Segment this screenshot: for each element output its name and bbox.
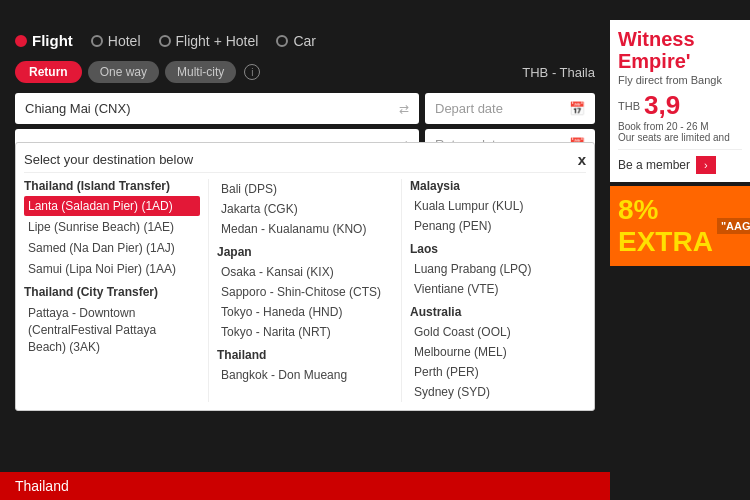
destination-dropdown: Select your destination below x Thailand… [15,142,595,411]
dest-sydney[interactable]: Sydney (SYD) [410,382,586,402]
price-note: Book from 20 - 26 M [618,121,742,132]
col3-title-laos: Laos [410,242,586,256]
tab-flight[interactable]: Flight [15,32,73,49]
tab-flight-hotel[interactable]: Flight + Hotel [159,33,259,49]
dest-vientiane[interactable]: Vientiane (VTE) [410,279,586,299]
currency-display: THB - Thaila [522,65,595,80]
nav-tabs: Flight Hotel Flight + Hotel Car [15,32,595,49]
trip-type-row: Return One way Multi-city i THB - Thaila [15,61,595,83]
dest-lanta[interactable]: Lanta (Saladan Pier) (1AD) [24,196,200,216]
multi-city-button[interactable]: Multi-city [165,61,236,83]
dest-bangkok-don[interactable]: Bangkok - Don Mueang [217,365,393,385]
dest-kl[interactable]: Kuala Lumpur (KUL) [410,196,586,216]
radio-flight [15,35,27,47]
member-label: Be a member [618,158,690,172]
orange-ad-content: 8% EXTRA "AAGTH" [618,194,742,258]
right-panel: Witness Empire' Fly direct from Bangk TH… [610,20,750,500]
dest-lipe[interactable]: Lipe (Sunrise Beach) (1AE) [24,217,200,237]
dest-tokyo-narita[interactable]: Tokyo - Narita (NRT) [217,322,393,342]
bottom-text: Thailand [15,478,69,494]
origin-field[interactable]: Chiang Mai (CNX) ⇄ [15,93,419,124]
dropdown-header: Select your destination below x [24,151,586,173]
col3-title-australia: Australia [410,305,586,319]
swap-icon: ⇄ [399,102,409,116]
dest-pattaya[interactable]: Pattaya - Downtown (CentralFestival Patt… [24,302,200,358]
orange-code-block: "AAGTH" [717,218,750,234]
tab-car[interactable]: Car [276,33,316,49]
orange-code: "AAGTH" [717,218,750,234]
member-row: Be a member › [618,149,742,174]
dropdown-columns: Thailand (Island Transfer) Lanta (Salada… [24,179,586,402]
depart-date-field[interactable]: Depart date 📅 [425,93,595,124]
col1-title-1: Thailand (Island Transfer) [24,179,200,193]
price-area: THB 3,9 [618,90,742,121]
booking-panel: Flight Hotel Flight + Hotel Car Return [0,20,610,500]
col3-title-malaysia: Malaysia [410,179,586,193]
col2-title-thailand: Thailand [217,348,393,362]
dest-samui[interactable]: Samui (Lipa Noi Pier) (1AA) [24,259,200,279]
dest-perth[interactable]: Perth (PER) [410,362,586,382]
dest-samed[interactable]: Samed (Na Dan Pier) (1AJ) [24,238,200,258]
witness-ad: Witness Empire' Fly direct from Bangk TH… [610,20,750,182]
return-button[interactable]: Return [15,61,82,83]
ad-subtitle: Fly direct from Bangk [618,74,742,86]
tab-flight-hotel-label: Flight + Hotel [176,33,259,49]
dropdown-col-3: Malaysia Kuala Lumpur (KUL) Penang (PEN)… [402,179,586,402]
tab-hotel-label: Hotel [108,33,141,49]
calendar-icon-depart: 📅 [569,101,585,116]
member-button[interactable]: › [696,156,716,174]
top-bar [0,0,750,20]
radio-hotel [91,35,103,47]
dest-jakarta[interactable]: Jakarta (CGK) [217,199,393,219]
dest-sapporo[interactable]: Sapporo - Shin-Chitose (CTS) [217,282,393,302]
search-row-1: Chiang Mai (CNX) ⇄ Depart date 📅 [15,93,595,124]
ad-line2: Empire' [618,50,742,72]
price-value: 3,9 [644,90,680,121]
dropdown-col-2: Bali (DPS) Jakarta (CGK) Medan - Kualana… [209,179,402,402]
dest-osaka[interactable]: Osaka - Kansai (KIX) [217,262,393,282]
dropdown-col-1: Thailand (Island Transfer) Lanta (Salada… [24,179,209,402]
tab-car-label: Car [293,33,316,49]
dest-luang[interactable]: Luang Prabang (LPQ) [410,259,586,279]
dest-penang[interactable]: Penang (PEN) [410,216,586,236]
dropdown-close-button[interactable]: x [578,151,586,168]
depart-date-label: Depart date [435,101,503,116]
seats-note: Our seats are limited and [618,132,742,143]
radio-car [276,35,288,47]
dest-melbourne[interactable]: Melbourne (MEL) [410,342,586,362]
info-icon[interactable]: i [244,64,260,80]
dest-gold-coast[interactable]: Gold Coast (OOL) [410,322,586,342]
orange-ad: 8% EXTRA "AAGTH" [610,186,750,266]
ad-line1: Witness [618,28,742,50]
radio-flight-hotel [159,35,171,47]
origin-value: Chiang Mai (CNX) [25,101,130,116]
dest-medan[interactable]: Medan - Kualanamu (KNO) [217,219,393,239]
one-way-button[interactable]: One way [88,61,159,83]
dest-bali[interactable]: Bali (DPS) [217,179,393,199]
col1-title-2: Thailand (City Transfer) [24,285,200,299]
orange-percent: 8% EXTRA [618,194,713,257]
orange-discount-block: 8% EXTRA [618,194,713,258]
price-prefix: THB [618,100,640,112]
tab-flight-label: Flight [32,32,73,49]
dropdown-title: Select your destination below [24,152,193,167]
bottom-strip: Thailand [0,472,610,500]
dest-tokyo-haneda[interactable]: Tokyo - Haneda (HND) [217,302,393,322]
tab-hotel[interactable]: Hotel [91,33,141,49]
col2-title-japan: Japan [217,245,393,259]
